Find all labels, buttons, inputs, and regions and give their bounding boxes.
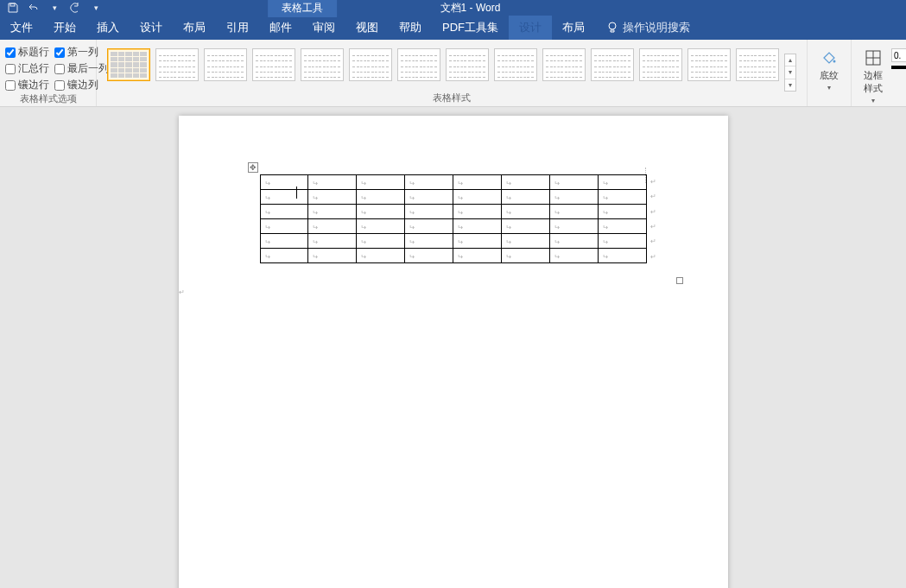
tab-mailings[interactable]: 邮件 <box>259 16 302 40</box>
tell-me-label: 操作说明搜索 <box>623 20 690 35</box>
group-label-table-styles: 表格样式 <box>102 92 801 106</box>
table-style-12[interactable] <box>639 48 682 81</box>
table-style-plain-1[interactable] <box>107 48 150 81</box>
tab-view[interactable]: 视图 <box>345 16 389 40</box>
ribbon-tabs: 文件 开始 插入 设计 布局 引用 邮件 审阅 视图 帮助 PDF工具集 设计 … <box>0 16 906 40</box>
tab-help[interactable]: 帮助 <box>389 16 432 40</box>
tab-review[interactable]: 审阅 <box>302 16 345 40</box>
group-borders: 边框样式 ▾ <box>852 40 906 106</box>
tab-table-design[interactable]: 设计 <box>509 16 552 40</box>
table-style-6[interactable] <box>349 48 392 81</box>
table-tools-context-label: 表格工具 <box>268 0 337 17</box>
gallery-scroll-down-icon[interactable]: ▾ <box>785 66 795 79</box>
qat-customize-icon[interactable]: ▾ <box>90 2 102 14</box>
table-styles-gallery: ▴ ▾ ▾ <box>102 43 801 92</box>
pen-width-input[interactable] <box>891 48 906 62</box>
tab-table-layout[interactable]: 布局 <box>552 16 595 40</box>
table-style-10[interactable] <box>542 48 586 81</box>
gallery-expand-icon[interactable]: ▾ <box>785 79 795 91</box>
table-style-4[interactable] <box>252 48 295 81</box>
shading-button[interactable]: 底纹 ▾ <box>820 48 839 92</box>
group-label-style-options: 表格样式选项 <box>5 92 91 107</box>
border-styles-label: 边框样式 <box>864 69 883 95</box>
pen-color-swatch[interactable] <box>891 66 906 69</box>
table-style-11[interactable] <box>591 48 634 81</box>
group-table-style-options: 标题行 第一列 汇总行 最后一列 镶边行 镶边列 表格样式选项 <box>0 40 97 106</box>
save-icon[interactable] <box>7 2 19 14</box>
gallery-scroller[interactable]: ▴ ▾ ▾ <box>784 54 796 92</box>
table-style-2[interactable] <box>155 48 199 81</box>
table-style-8[interactable] <box>446 48 489 81</box>
table-style-9[interactable] <box>494 48 537 81</box>
chevron-down-icon: ▾ <box>827 84 831 92</box>
label-first-column: 第一列 <box>67 45 98 60</box>
table-style-5[interactable] <box>301 48 344 81</box>
tab-file[interactable]: 文件 <box>0 16 43 40</box>
document-title: 文档1 - Word <box>440 1 501 16</box>
label-total-row: 汇总行 <box>18 61 49 76</box>
tell-me-search[interactable]: 操作说明搜索 <box>595 16 690 40</box>
checkbox-total-row[interactable]: 汇总行 <box>5 61 49 76</box>
table-style-7[interactable] <box>397 48 440 81</box>
border-styles-icon <box>864 48 883 67</box>
paint-bucket-icon <box>820 48 839 67</box>
border-styles-button[interactable]: 边框样式 ▾ <box>864 48 883 104</box>
table-style-14[interactable] <box>736 48 779 81</box>
label-banded-columns: 镶边列 <box>67 78 98 92</box>
group-table-styles: ▴ ▾ ▾ 表格样式 <box>97 40 808 106</box>
checkbox-banded-rows[interactable]: 镶边行 <box>5 78 49 92</box>
titlebar: ▾ ▾ 表格工具 文档1 - Word <box>0 0 906 16</box>
checkbox-banded-columns[interactable]: 镶边列 <box>54 78 98 92</box>
redo-icon[interactable] <box>69 2 81 14</box>
tab-pdf-tools[interactable]: PDF工具集 <box>432 16 509 40</box>
lightbulb-icon <box>607 22 618 34</box>
checkbox-header-row[interactable]: 标题行 <box>5 45 49 60</box>
label-header-row: 标题行 <box>18 45 49 60</box>
group-label-shading <box>813 94 846 106</box>
label-banded-rows: 镶边行 <box>18 78 49 92</box>
quick-access-toolbar: ▾ ▾ <box>0 0 102 16</box>
tab-insert[interactable]: 插入 <box>86 16 130 40</box>
title-center: 表格工具 文档1 - Word <box>406 0 501 17</box>
checkbox-first-column[interactable]: 第一列 <box>54 45 98 60</box>
ribbon-body: 标题行 第一列 汇总行 最后一列 镶边行 镶边列 表格样式选项 <box>0 40 906 107</box>
svg-point-2 <box>833 60 836 63</box>
tab-references[interactable]: 引用 <box>216 16 259 40</box>
svg-point-1 <box>609 22 616 29</box>
chevron-down-icon: ▾ <box>871 97 875 104</box>
shading-label: 底纹 <box>820 69 839 82</box>
group-shading: 底纹 ▾ <box>808 40 852 106</box>
gallery-scroll-up-icon[interactable]: ▴ <box>785 54 795 66</box>
tab-home[interactable]: 开始 <box>43 16 86 40</box>
undo-dropdown-icon[interactable]: ▾ <box>48 2 60 14</box>
undo-icon[interactable] <box>28 2 40 14</box>
table-style-3[interactable] <box>204 48 247 81</box>
tab-layout[interactable]: 布局 <box>173 16 216 40</box>
svg-rect-0 <box>10 3 15 6</box>
tab-design[interactable]: 设计 <box>130 16 173 40</box>
table-style-13[interactable] <box>687 48 731 81</box>
